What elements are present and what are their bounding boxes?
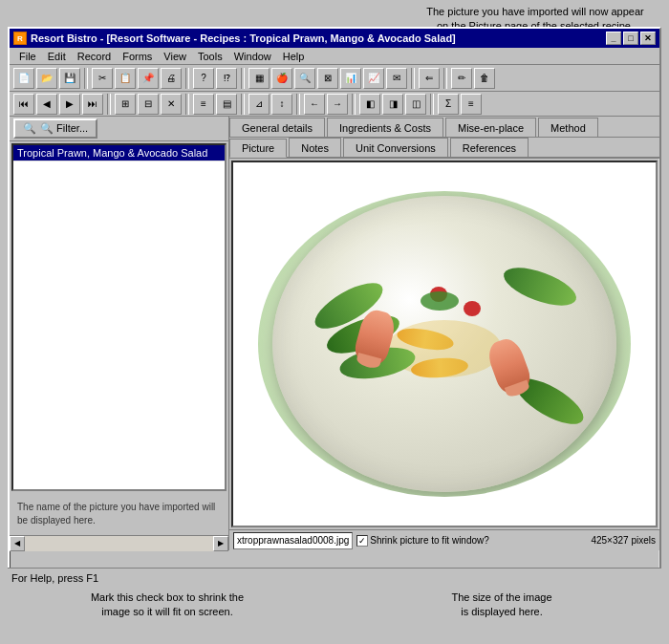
picture-area	[231, 161, 658, 527]
tb-nav-left[interactable]: ⇐	[419, 68, 440, 89]
menu-edit[interactable]: Edit	[42, 49, 72, 64]
tb2-sum[interactable]: Σ	[438, 94, 459, 115]
tb2-a[interactable]: ←	[304, 94, 325, 115]
close-button[interactable]: ✕	[640, 32, 656, 45]
tb2-list[interactable]: ≡	[193, 94, 214, 115]
annotation-left-text: Mark this check box to shrink theimage s…	[91, 591, 244, 617]
maximize-button[interactable]: □	[623, 32, 638, 45]
note-text: The name of the picture you have importe…	[17, 502, 215, 526]
tb2-sep-2	[185, 94, 189, 115]
shrink-checkbox-area[interactable]: ✓ Shrink picture to fit window?	[356, 535, 489, 547]
annotation-left: Mark this check box to shrink theimage s…	[0, 590, 334, 620]
recipe-list[interactable]: Tropical Prawn, Mango & Avocado Salad	[11, 143, 227, 491]
left-panel: 🔍 🔍 Filter... Tropical Prawn, Mango & Av…	[10, 117, 229, 550]
tb2-prev[interactable]: ◀	[36, 94, 57, 115]
tab-references[interactable]: References	[450, 138, 529, 157]
app-icon: R	[13, 32, 27, 45]
tab-ingredients-costs-label: Ingredients & Costs	[339, 122, 431, 134]
menu-tools[interactable]: Tools	[192, 49, 228, 64]
tb-copy[interactable]: 📋	[115, 68, 136, 89]
picture-note: The name of the picture you have importe…	[13, 497, 225, 531]
scroll-right-btn[interactable]: ▶	[213, 536, 228, 551]
menu-window[interactable]: Window	[228, 49, 277, 64]
tb-email[interactable]: ✉	[386, 68, 407, 89]
title-bar: R Resort Bistro - [Resort Software - Rec…	[10, 29, 659, 48]
status-text: For Help, press F1	[11, 572, 98, 584]
tb-tag[interactable]: ⊠	[317, 68, 338, 89]
menu-forms[interactable]: Forms	[117, 49, 158, 64]
picture-status-bar: xtropprawnasalad0008.jpg ✓ Shrink pictur…	[229, 529, 659, 550]
tb-new[interactable]: 📄	[13, 68, 34, 89]
shrink-checkbox[interactable]: ✓	[356, 535, 368, 547]
tb-report[interactable]: 📊	[340, 68, 361, 89]
tab-mise-en-place-label: Mise-en-place	[458, 122, 524, 134]
tab-notes-label: Notes	[301, 142, 329, 154]
shrink-label: Shrink picture to fit window?	[370, 535, 489, 546]
tb2-first[interactable]: ⏮	[13, 94, 34, 115]
filter-bar: 🔍 🔍 Filter...	[10, 117, 228, 141]
content-area: 🔍 🔍 Filter... Tropical Prawn, Mango & Av…	[10, 117, 659, 550]
window-inner: File Edit Record Forms View Tools Window…	[10, 48, 659, 589]
right-panel: General details Ingredients & Costs Mise…	[229, 117, 659, 550]
tb-help[interactable]: ?	[193, 68, 214, 89]
tb2-d[interactable]: ◨	[382, 94, 403, 115]
tb2-b[interactable]: →	[327, 94, 348, 115]
tb-filter[interactable]: ▦	[248, 68, 270, 89]
scroll-left-btn[interactable]: ◀	[10, 536, 25, 551]
scroll-track	[25, 536, 213, 551]
toolbar-2: ⏮ ◀ ▶ ⏭ ⊞ ⊟ ✕ ≡ ▤ ⊿ ↕ ← → ◧ ◨ ◫ Σ ≡	[10, 92, 659, 117]
tb-sep-4	[411, 68, 415, 89]
filter-button[interactable]: 🔍 🔍 Filter...	[13, 118, 97, 139]
annotation-right-text: The size of the imageis displayed here.	[451, 591, 551, 617]
menu-view[interactable]: View	[158, 49, 192, 64]
tb2-last[interactable]: ⏭	[82, 94, 103, 115]
tb-del[interactable]: 🗑	[474, 68, 495, 89]
tb2-c[interactable]: ◧	[359, 94, 380, 115]
tb-search[interactable]: 🔍	[294, 68, 315, 89]
menu-file[interactable]: File	[13, 49, 42, 64]
image-size-text: 425×327 pixels	[591, 535, 656, 546]
tab-general-details[interactable]: General details	[229, 118, 325, 137]
tb2-e[interactable]: ◫	[405, 94, 426, 115]
menu-help[interactable]: Help	[277, 49, 311, 64]
tab-general-details-label: General details	[242, 122, 313, 134]
tb-open[interactable]: 📂	[36, 68, 57, 89]
tab-method-label: Method	[550, 122, 586, 134]
menu-bar: File Edit Record Forms View Tools Window…	[10, 48, 659, 65]
tb2-filter2[interactable]: ⊿	[248, 94, 270, 115]
tb2-x[interactable]: ✕	[161, 94, 182, 115]
tb2-next[interactable]: ▶	[59, 94, 80, 115]
tb-chart[interactable]: 📈	[363, 68, 384, 89]
tb-print[interactable]: 🖨	[161, 68, 182, 89]
filter-label: 🔍 Filter...	[40, 122, 88, 135]
tb2-sep-5	[352, 94, 356, 115]
tab-picture-label: Picture	[242, 142, 274, 154]
tab-unit-conversions[interactable]: Unit Conversions	[343, 138, 448, 157]
tab-method[interactable]: Method	[538, 118, 598, 137]
tb2-form[interactable]: ⊟	[138, 94, 159, 115]
tab-mise-en-place[interactable]: Mise-en-place	[445, 118, 536, 137]
tb-sort[interactable]: 🍎	[271, 68, 292, 89]
tb2-grid[interactable]: ⊞	[115, 94, 136, 115]
tb-cut[interactable]: ✂	[92, 68, 113, 89]
tb-sep-5	[443, 68, 447, 89]
title-buttons: _ □ ✕	[606, 32, 656, 45]
minimize-button[interactable]: _	[606, 32, 621, 45]
tab-notes[interactable]: Notes	[289, 138, 341, 157]
tomato-2	[464, 301, 481, 316]
tb-paste[interactable]: 📌	[138, 68, 159, 89]
tabs-row-1: General details Ingredients & Costs Mise…	[229, 117, 659, 138]
tab-picture[interactable]: Picture	[229, 139, 287, 158]
list-item[interactable]: Tropical Prawn, Mango & Avocado Salad	[13, 145, 225, 161]
menu-record[interactable]: Record	[72, 49, 117, 64]
tb-about[interactable]: ⁉	[216, 68, 237, 89]
tb2-detail[interactable]: ▤	[216, 94, 237, 115]
tb2-avg[interactable]: ≡	[461, 94, 482, 115]
tb-edit2[interactable]: ✏	[451, 68, 472, 89]
tb-sep-3	[241, 68, 245, 89]
tab-ingredients-costs[interactable]: Ingredients & Costs	[327, 118, 443, 137]
tb-save[interactable]: 💾	[59, 68, 80, 89]
window-title: Resort Bistro - [Resort Software - Recip…	[31, 32, 456, 44]
tb2-sort2[interactable]: ↕	[271, 94, 292, 115]
hscroll[interactable]: ◀ ▶	[10, 535, 228, 550]
